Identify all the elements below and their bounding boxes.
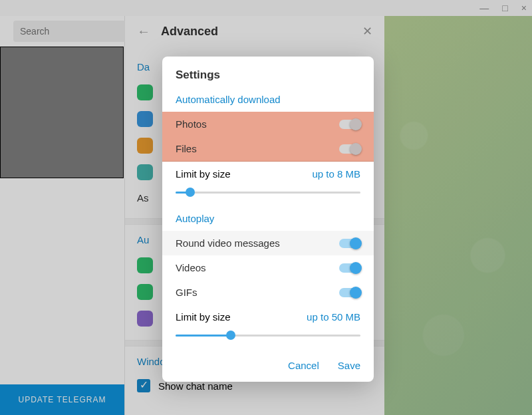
videos-toggle-row[interactable]: Videos — [176, 255, 360, 280]
photos-label: Photos — [176, 118, 207, 130]
videos-label: Videos — [176, 262, 206, 273]
round-video-toggle[interactable] — [339, 239, 360, 248]
modal-title: Settings — [162, 57, 374, 88]
files-label: Files — [176, 143, 197, 154]
videos-toggle[interactable] — [339, 263, 360, 273]
files-toggle-row[interactable]: Files — [162, 136, 374, 162]
limit-size-slider-2[interactable] — [176, 329, 360, 343]
modal-footer: Cancel Save — [162, 350, 374, 382]
limit-size-slider-1[interactable] — [176, 186, 360, 200]
settings-modal: Settings Automatically download Photos F… — [162, 57, 374, 382]
cancel-button[interactable]: Cancel — [288, 360, 319, 371]
gifs-label: GIFs — [176, 287, 198, 298]
limit-size-row-2: Limit by size up to 50 MB — [176, 305, 360, 325]
limit-size-row-1: Limit by size up to 8 MB — [176, 162, 360, 182]
section-auto-download: Automatically download — [176, 88, 360, 112]
round-video-label: Round video messages — [176, 237, 280, 249]
gifs-toggle[interactable] — [339, 288, 360, 297]
limit-label: Limit by size — [176, 311, 231, 323]
section-autoplay: Autoplay — [176, 208, 360, 231]
files-toggle[interactable] — [339, 144, 360, 154]
photos-toggle-row[interactable]: Photos — [162, 112, 374, 136]
photos-toggle[interactable] — [339, 120, 360, 129]
gifs-toggle-row[interactable]: GIFs — [176, 280, 360, 305]
limit-label: Limit by size — [176, 168, 231, 180]
limit-value: up to 8 MB — [312, 168, 360, 180]
round-video-toggle-row[interactable]: Round video messages — [162, 231, 374, 255]
save-button[interactable]: Save — [338, 360, 360, 371]
limit-value: up to 50 MB — [307, 311, 360, 323]
